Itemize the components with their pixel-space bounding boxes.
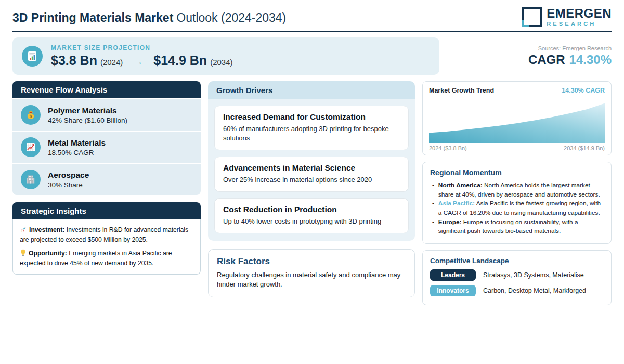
- page-title-rest: Outlook (2024-2034): [176, 11, 286, 24]
- driver-text: Over 25% increase in material options si…: [223, 175, 400, 185]
- trend-title: Market Growth Trend: [429, 87, 494, 94]
- revenue-item-subtitle: 18.50% CAGR: [48, 149, 106, 157]
- revenue-item-subtitle: 42% Share ($1.60 Billion): [48, 116, 127, 124]
- revenue-row-text: Aerospace 30% Share: [48, 171, 89, 189]
- revenue-row-polymer: $ Polymer Materials 42% Share ($1.60 Bil…: [12, 99, 201, 131]
- market-size-projection-row: MARKET SIZE PROJECTION $3.8 Bn (2024) → …: [12, 37, 612, 75]
- rocket-icon: [20, 226, 27, 236]
- driver-title: Increased Demand for Customization: [223, 112, 400, 122]
- logo-corner-accent: [522, 20, 529, 27]
- insight-lead: Investment:: [29, 226, 64, 233]
- market-growth-trend-card: Market Growth Trend 14.30% CAGR 2024 ($3: [422, 81, 612, 155]
- regional-momentum-card: Regional Momentum North America: North A…: [422, 162, 612, 244]
- bar-chart-doc-icon-svg: [27, 50, 38, 62]
- chart-up-icon-svg: [25, 141, 36, 153]
- driver-card-cost-reduction: Cost Reduction in Production Up to 40% l…: [214, 198, 409, 233]
- main-columns: Revenue Flow Analysis $ Polymer Material…: [12, 81, 612, 305]
- competitive-row-leaders: Leaders Stratasys, 3D Systems, Materiali…: [430, 269, 604, 281]
- competitive-row-innovators: Innovators Carbon, Desktop Metal, Markfo…: [430, 285, 604, 296]
- regional-bullet-europe: Europe: Europe is focusing on sustainabi…: [430, 218, 604, 236]
- area-series: [429, 103, 605, 143]
- cagr-label: CAGR: [528, 53, 565, 67]
- growth-drivers-panel: Growth Drivers Increased Demand for Cust…: [208, 81, 415, 241]
- risk-factors-title: Risk Factors: [217, 256, 406, 267]
- growth-drivers-header: Growth Drivers: [208, 81, 415, 99]
- cagr-value: 14.30%: [569, 53, 612, 67]
- projection-start-year: (2024): [100, 58, 123, 67]
- trend-card-header: Market Growth Trend 14.30% CAGR: [429, 87, 605, 94]
- page-title-bold: 3D Printing Materials Market: [12, 11, 173, 24]
- regional-bullet-asia-pacific: Asia Pacific: Asia Pacific is the fastes…: [430, 199, 604, 217]
- risk-factors-card: Risk Factors Regulatory challenges in ma…: [208, 249, 415, 297]
- logo-text: EMERGEN RESEARCH: [547, 7, 612, 27]
- bar-chart-doc-icon: [22, 46, 43, 67]
- innovators-companies: Carbon, Desktop Metal, Markforged: [483, 287, 586, 294]
- leaders-badge: Leaders: [430, 269, 476, 281]
- arrow-right-icon: →: [133, 56, 143, 68]
- strategic-insights-body: Investment: Investments in R&D for advan…: [12, 219, 201, 275]
- competitive-landscape-card: Competitive Landscape Leaders Stratasys,…: [422, 250, 612, 305]
- revenue-row-text: Polymer Materials 42% Share ($1.60 Billi…: [48, 106, 127, 124]
- risk-factors-text: Regulatory challenges in material safety…: [217, 270, 406, 289]
- money-bag-icon: $: [21, 105, 41, 125]
- growth-area-chart: [429, 98, 605, 143]
- revenue-flow-header: Revenue Flow Analysis: [12, 81, 201, 98]
- revenue-row-metal: Metal Materials 18.50% CAGR: [12, 132, 201, 163]
- insight-investment: Investment: Investments in R&D for advan…: [20, 226, 193, 245]
- projection-text-block: MARKET SIZE PROJECTION $3.8 Bn (2024) → …: [51, 44, 233, 68]
- building-icon: [21, 170, 41, 189]
- driver-text: Up to 40% lower costs in prototyping wit…: [223, 217, 400, 226]
- trend-cagr-badge: 14.30% CAGR: [562, 87, 605, 94]
- projection-start-value: $3.8 Bn: [51, 53, 97, 68]
- driver-card-material-science: Advancements in Material Science Over 25…: [214, 157, 409, 192]
- page-title: 3D Printing Materials MarketOutlook (202…: [12, 11, 286, 25]
- right-column: Market Growth Trend 14.30% CAGR 2024 ($3: [422, 81, 612, 305]
- strategic-insights-header: Strategic Insights: [12, 202, 201, 219]
- insight-lead: Opportunity:: [29, 250, 67, 257]
- insight-opportunity: Opportunity: Emerging markets in Asia Pa…: [20, 249, 193, 268]
- revenue-item-title: Metal Materials: [48, 138, 106, 148]
- driver-title: Cost Reduction in Production: [223, 205, 400, 214]
- regional-lead: North America:: [438, 181, 483, 189]
- emergen-logo: EMERGEN RESEARCH: [522, 7, 612, 29]
- cagr-block: Sources: Emergen Research CAGR14.30%: [439, 37, 612, 75]
- sources-note: Sources: Emergen Research: [439, 45, 612, 51]
- projection-values: $3.8 Bn (2024) → $14.9 Bn (2034): [51, 53, 233, 68]
- revenue-flow-panel: Revenue Flow Analysis $ Polymer Material…: [12, 81, 201, 195]
- driver-card-customization: Increased Demand for Customization 60% o…: [214, 106, 409, 150]
- projection-label: MARKET SIZE PROJECTION: [51, 44, 233, 51]
- infographic-page: 3D Printing Materials MarketOutlook (202…: [0, 0, 624, 364]
- left-column: Revenue Flow Analysis $ Polymer Material…: [12, 81, 201, 305]
- driver-text: 60% of manufacturers adopting 3D printin…: [223, 124, 400, 143]
- regional-bullet-text: Asia Pacific: Asia Pacific is the fastes…: [438, 199, 604, 217]
- revenue-item-title: Aerospace: [48, 171, 89, 180]
- revenue-row-text: Metal Materials 18.50% CAGR: [48, 138, 106, 157]
- trend-axis-labels: 2024 ($3.8 Bn) 2034 ($14.9 Bn): [429, 145, 605, 151]
- bulb-icon: [20, 249, 27, 259]
- building-icon-svg: [25, 174, 36, 185]
- chart-up-icon: [21, 137, 41, 157]
- middle-column: Growth Drivers Increased Demand for Cust…: [208, 81, 415, 305]
- money-bag-icon-svg: $: [25, 109, 36, 121]
- logo-square-icon: [522, 7, 542, 27]
- regional-lead: Asia Pacific:: [438, 200, 475, 207]
- logo-subtitle: RESEARCH: [547, 21, 612, 27]
- revenue-item-subtitle: 30% Share: [48, 181, 89, 189]
- projection-end-value: $14.9 Bn: [153, 53, 207, 68]
- revenue-item-title: Polymer Materials: [48, 106, 127, 115]
- cagr-line: CAGR14.30%: [439, 53, 612, 67]
- market-size-projection-box: MARKET SIZE PROJECTION $3.8 Bn (2024) → …: [12, 37, 439, 75]
- header: 3D Printing Materials MarketOutlook (202…: [12, 0, 612, 32]
- regional-momentum-title: Regional Momentum: [430, 168, 604, 177]
- regional-bullet-north-america: North America: North America holds the l…: [430, 181, 604, 199]
- logo-wordmark: EMERGEN: [547, 7, 612, 20]
- leaders-companies: Stratasys, 3D Systems, Materialise: [483, 271, 584, 279]
- trend-label-start: 2024 ($3.8 Bn): [429, 145, 467, 151]
- svg-text:$: $: [30, 114, 32, 119]
- driver-title: Advancements in Material Science: [223, 163, 400, 173]
- regional-bullet-text: Europe: Europe is focusing on sustainabi…: [438, 218, 604, 236]
- innovators-badge: Innovators: [430, 285, 476, 296]
- competitive-landscape-title: Competitive Landscape: [430, 257, 604, 265]
- trend-label-end: 2034 ($14.9 Bn): [564, 145, 605, 151]
- revenue-row-aerospace: Aerospace 30% Share: [12, 164, 201, 195]
